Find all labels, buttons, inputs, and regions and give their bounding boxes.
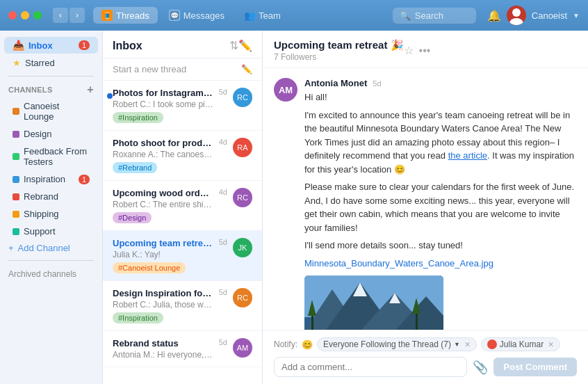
compose-action-button[interactable]: ✏️ [238,39,252,52]
thread-item-header: Rebrand status Antonia M.: Hi everyone, … [113,338,252,360]
notify-label: Notify: [274,339,297,349]
messages-icon: 💬 [169,10,180,21]
titlebar-tabs: 🧵 Threads 💬 Messages 👥 Team [93,7,289,24]
thread-item-info: Upcoming wood order from our lumber supp… [113,188,213,209]
thread-item-title: Design Inspiration for Paddles [113,288,213,298]
detail-followers: 7 Followers [274,52,404,62]
thread-item-info: Photos for Instagram account 📷 Robert C.… [113,88,213,109]
channel-dot-rebrand [13,193,19,200]
svg-rect-17 [416,312,418,330]
thread-item[interactable]: Design Inspiration for Paddles Robert C.… [103,281,262,331]
channel-dot-shipping [13,211,19,218]
thread-item-time: 5d [219,238,227,246]
sidebar-item-starred[interactable]: ★ Starred [4,55,98,71]
thread-tag: #Rebrand [113,162,157,173]
sidebar-item-support[interactable]: Support [4,223,98,239]
comment-input-wrap[interactable] [274,357,467,377]
more-action-button[interactable]: ••• [419,45,431,57]
channel-dot-support [13,228,19,235]
new-thread-bar[interactable]: Start a new thread ✏️ [103,58,262,81]
notify-emoji: 😊 [302,339,313,350]
notify-chip-dropdown-icon[interactable]: ▼ [454,341,460,348]
thread-item-preview: Antonia M.: Hi everyone, I wanted to tha… [113,350,213,360]
attachment-icon[interactable]: 📎 [473,360,488,375]
star-action-button[interactable]: ☆ [404,44,414,57]
message-text: Hi all! I'm excited to announce this yea… [304,90,577,330]
thread-item-time: 5d [219,288,227,296]
notifications-bell-icon[interactable]: 🔔 [487,9,501,22]
tab-team[interactable]: 👥 Team [236,8,289,24]
tab-messages[interactable]: 💬 Messages [161,7,233,24]
maximize-button[interactable] [33,11,42,19]
nav-back-button[interactable]: ‹ [53,8,68,23]
thread-item-header: Photos for Instagram account 📷 Robert C.… [113,88,252,109]
thread-item-time: 5d [219,88,227,96]
tab-threads[interactable]: 🧵 Threads [93,7,158,24]
image-link[interactable]: Minnesota_Boundary_Waters_Canoe_Area.jpg [304,257,577,271]
sidebar-divider-1 [8,76,94,77]
detail-body: AM Antonia Monet 5d Hi all! I'm excited … [263,68,588,330]
add-channel-item[interactable]: + Add Channel [0,240,102,256]
article-link[interactable]: the article [448,150,487,161]
post-comment-button[interactable]: Post Comment [493,358,577,376]
notify-chip-label: Everyone Following the Thread (7) [323,339,451,349]
channel-label-rebrand: Rebrand [24,191,90,202]
notify-chip-julia[interactable]: Julia Kumar ✕ [481,337,560,351]
thread-item-header: Upcoming team retreat 🎉 Julia K.: Yay! 5… [113,238,252,259]
notify-chip-everyone[interactable]: Everyone Following the Thread (7) ▼ ✕ [317,337,477,351]
user-dropdown-icon[interactable]: ▼ [573,12,580,19]
inbox-badge: 1 [79,40,90,50]
thread-list: Inbox ⇅ ✏️ Start a new thread ✏️ Photos … [103,31,263,384]
sidebar-item-design[interactable]: Design [4,126,98,142]
thread-item[interactable]: Upcoming wood order from our lumber supp… [103,181,262,231]
thread-item-title: Upcoming team retreat 🎉 [113,238,213,248]
traffic-lights [8,11,42,19]
filter-action-button[interactable]: ⇅ [229,39,238,52]
thread-item-preview: Robert C.: The entire shipment will be h… [113,200,213,209]
user-avatar[interactable] [507,6,526,25]
comment-input[interactable] [281,362,459,372]
thread-item[interactable]: Photos for Instagram account 📷 Robert C.… [103,81,262,131]
sidebar-item-shipping[interactable]: Shipping [4,206,98,222]
thread-tag: #Design [113,212,152,223]
main-content: 📥 Inbox 1 ★ Starred Channels + Canoeist … [0,31,588,384]
inbox-label: Inbox [28,40,74,51]
channel-dot-inspiration [13,176,19,183]
threads-icon: 🧵 [101,10,113,21]
star-icon: ★ [13,58,21,68]
thread-list-header: Inbox ⇅ ✏️ [103,31,262,58]
detail-header-actions: ☆ ••• [404,44,431,57]
svg-rect-15 [311,314,313,330]
thread-item[interactable]: Photo shoot for product gallery photos R… [103,131,262,181]
search-bar[interactable]: 🔍 Search [393,8,476,24]
inbox-icon: 📥 [13,40,24,51]
thread-item[interactable]: Rebrand status Antonia M.: Hi everyone, … [103,331,262,367]
close-button[interactable] [8,11,17,19]
notify-chip-close-icon[interactable]: ✕ [464,340,471,349]
search-icon: 🔍 [400,10,411,21]
detail-header-info: Upcoming team retreat 🎉 7 Followers [274,39,404,62]
user-name[interactable]: Canoeist [532,10,567,21]
add-channel-icon[interactable]: + [87,83,94,96]
sidebar-item-inspiration[interactable]: Inspiration 1 [4,171,98,187]
sidebar-item-feedback[interactable]: Feedback From Testers [4,143,98,170]
thread-item-title: Rebrand status [113,338,213,349]
nav-forward-button[interactable]: › [70,8,85,23]
message-image [304,275,443,330]
thread-item-avatar: JK [233,238,252,257]
sidebar-item-inbox[interactable]: 📥 Inbox 1 [4,37,98,54]
thread-item-avatar: RC [233,288,252,307]
detail-header: Upcoming team retreat 🎉 7 Followers ☆ ••… [263,31,588,68]
notify-chip-julia-close-icon[interactable]: ✕ [548,340,554,349]
archived-channels-label[interactable]: Archived channels [0,265,102,283]
sidebar-item-canoeist-lounge[interactable]: Canoeist Lounge [4,98,98,125]
thread-item-header: Upcoming wood order from our lumber supp… [113,188,252,209]
channel-label-shipping: Shipping [24,209,90,219]
starred-label: Starred [25,58,90,68]
thread-item-active[interactable]: Upcoming team retreat 🎉 Julia K.: Yay! 5… [103,231,262,281]
minimize-button[interactable] [21,11,29,19]
new-thread-compose-icon: ✏️ [241,64,252,74]
sidebar-item-rebrand[interactable]: Rebrand [4,189,98,205]
thread-list-title: Inbox [113,40,229,52]
detail-footer: Notify: 😊 Everyone Following the Thread … [263,330,588,384]
